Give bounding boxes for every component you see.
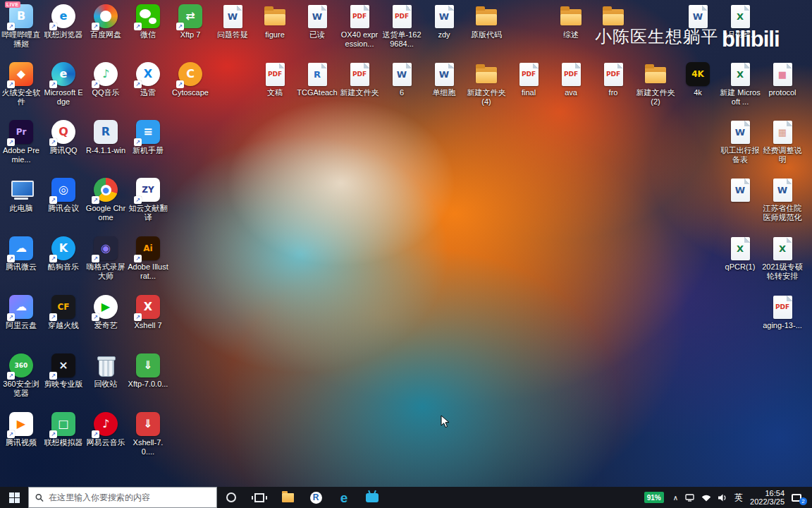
desktop-icon-r-doc[interactable]: RTCGAteach: [297, 62, 338, 97]
desktop-icon-folder[interactable]: 原版代码: [466, 4, 507, 40]
language-indicator[interactable]: 英: [731, 487, 746, 508]
desktop-icon-crossfire[interactable]: CF↗穿越火线: [43, 295, 84, 330]
taskbar-search[interactable]: [28, 487, 217, 508]
desktop-icon-label: 新建文件夹: [339, 88, 380, 97]
desktop-icon-thunder[interactable]: X↗迅雷: [128, 62, 168, 97]
desktop-icon-pdf-doc[interactable]: PDF文稿: [254, 62, 295, 97]
desktop-icon-aliyun-drive[interactable]: ☁↗阿里云盘: [1, 295, 42, 330]
icon-glyph: 4K: [691, 70, 704, 78]
desktop-icon-pdf-doc[interactable]: PDFfro: [593, 62, 634, 97]
desktop-icon-lenovo-browser[interactable]: e↗联想浏览器: [43, 4, 84, 40]
r-app-button[interactable]: R: [302, 487, 330, 508]
battery-indicator[interactable]: 91%: [641, 487, 670, 508]
desktop-icon-word-doc[interactable]: W已读: [297, 4, 338, 40]
shortcut-arrow-icon: ↗: [49, 313, 57, 321]
desktop-icon-xshell-installer[interactable]: ⇓Xshell-7.0....: [128, 412, 168, 456]
desktop-icon-recycle-bin[interactable]: 回收站: [85, 353, 126, 389]
icon-glyph: W: [228, 12, 238, 21]
desktop-icon-tencent-qq[interactable]: Q↗腾讯QQ: [43, 120, 84, 155]
desktop-icon-tencent-weiyun[interactable]: ☁↗腾讯微云: [1, 236, 42, 272]
desktop-icon-word-doc[interactable]: W江苏省住院医师规范化培...: [762, 178, 803, 223]
file-explorer-button[interactable]: [273, 487, 302, 508]
desktop-icon-adobe-illustrator[interactable]: Ai↗Adobe Illustrat...: [128, 236, 168, 281]
desktop-icon-excel-doc[interactable]: XqPCR(1): [720, 236, 761, 272]
hidden-icons-chevron[interactable]: ∧: [670, 487, 682, 508]
desktop-icon-folder[interactable]: 综述: [550, 4, 591, 40]
desktop-icon-folder[interactable]: 新建文件夹(2): [635, 62, 676, 107]
taskbar: R e 91% ∧: [0, 487, 812, 508]
recycle-bin-icon: [94, 353, 118, 377]
desktop-icon-microsoft-edge[interactable]: e↗Microsoft Edge: [43, 62, 84, 107]
desktop-icon-label: 360安全浏览器: [1, 380, 42, 398]
desktop-icon-qq-music[interactable]: ♪↗QQ音乐: [85, 62, 126, 97]
desktop-icon-adobe-premiere[interactable]: Pr↗Adobe Premie...: [1, 120, 42, 164]
desktop-icon-image-doc[interactable]: ■protocol: [762, 62, 803, 97]
start-button[interactable]: [0, 487, 28, 508]
desktop-icon-word-doc[interactable]: W6: [381, 62, 422, 97]
desktop-icon-google-chrome[interactable]: ●↗Google Chrome: [85, 178, 126, 222]
desktop-icon-higeshi-recorder[interactable]: ◉↗嗨格式录屏大师: [85, 236, 126, 281]
bilibili-livehime-button[interactable]: [358, 487, 386, 508]
shortcut-arrow-icon: ↗: [176, 80, 184, 88]
desktop-icon-4k-downloader[interactable]: 4K4k: [677, 62, 718, 97]
pdf-doc-icon: PDF: [773, 296, 792, 319]
icon-glyph: Q: [59, 126, 68, 138]
desktop-icon-word-doc[interactable]: W: [720, 178, 761, 204]
desktop-icon-pdf-doc[interactable]: PDF送货单-1629684...: [381, 4, 422, 49]
desktop-icon-xftp-installer[interactable]: ⇓Xftp-7.0.0...: [128, 353, 168, 389]
desktop-icon-zhiyun-translate[interactable]: ZY↗知云文献翻译: [128, 178, 168, 222]
icon-glyph: ZY: [142, 186, 154, 194]
desktop-icon-jianying[interactable]: ×↗剪映专业版: [43, 353, 84, 389]
desktop-icon-excel-doc[interactable]: X新建 Microsoft ...: [720, 62, 761, 107]
zhiyun-translate-icon: ZY↗: [136, 178, 160, 202]
network-tray-button[interactable]: [698, 487, 715, 508]
desktop-icon-baidu-netdisk[interactable]: ↗百度网盘: [85, 4, 126, 40]
desktop-icon-pdf-doc[interactable]: PDFfinal: [508, 62, 549, 97]
desktop-icon-360-browser[interactable]: 360↗360安全浏览器: [1, 353, 42, 398]
desktop-icon-word-doc[interactable]: W单细胞: [424, 62, 465, 97]
display-tray-button[interactable]: [682, 487, 698, 508]
desktop-icon-tencent-video[interactable]: ▶↗腾讯视频: [1, 412, 42, 447]
taskbar-clock[interactable]: 16:54 2022/3/25: [746, 487, 788, 508]
edge-taskbar-button[interactable]: e: [330, 487, 358, 508]
notification-center-button[interactable]: 2: [788, 487, 808, 508]
desktop-icon-word-doc[interactable]: Wzdy: [424, 4, 465, 40]
search-input[interactable]: [49, 492, 210, 502]
desktop-icon-folder[interactable]: figure: [254, 4, 295, 40]
desktop-icon-image-doc[interactable]: ▦经费调整说明: [762, 120, 803, 164]
desktop-icon-bilibili-livehime[interactable]: BLIVE↗哔哩哔哩直播姬: [1, 4, 42, 49]
desktop-icon-excel-doc[interactable]: X2021级专硕轮转安排（...: [762, 236, 803, 282]
desktop-icon-iqiyi[interactable]: ▶↗爱奇艺: [85, 295, 126, 330]
icon-glyph: PDF: [564, 71, 578, 78]
icon-glyph: X: [737, 244, 744, 253]
display-icon: [685, 494, 694, 502]
desktop-icon-manual[interactable]: ≡↗新机手册: [128, 120, 168, 155]
desktop-icon-folder[interactable]: 新建文件夹(4): [466, 62, 507, 107]
task-view-button[interactable]: [245, 487, 273, 508]
desktop-icon-pdf-doc[interactable]: PDFaging-13-...: [762, 295, 803, 330]
desktop-icon-kugou-music[interactable]: K↗酷狗音乐: [43, 236, 84, 272]
desktop-icon-pdf-doc[interactable]: PDFOX40 expression...: [339, 4, 380, 49]
desktop-icon-netease-music[interactable]: ♪↗网易云音乐: [85, 412, 126, 447]
volume-tray-button[interactable]: [715, 487, 731, 508]
desktop-icon-huorong-security[interactable]: ◆↗火绒安全软件: [1, 62, 42, 107]
tencent-qq-icon: Q↗: [51, 120, 75, 144]
desktop-icon-tencent-meeting[interactable]: ◎↗腾讯会议: [43, 178, 84, 213]
desktop-icon-xftp-7[interactable]: ⇄↗Xftp 7: [170, 4, 211, 40]
desktop-icon-this-pc[interactable]: 此电脑: [1, 178, 42, 213]
desktop-icon-pdf-doc[interactable]: PDFava: [550, 62, 591, 97]
desktop-icon-wechat[interactable]: ↗微信: [128, 4, 168, 40]
desktop-icon-lenovo-emulator[interactable]: □↗联想模拟器: [43, 412, 84, 447]
icon-glyph: [476, 6, 485, 11]
icon-glyph: X: [779, 244, 786, 253]
icon-glyph: W: [693, 12, 703, 21]
desktop-icon-word-doc[interactable]: W职工出行报备表: [720, 120, 761, 164]
desktop-icon-xshell-7[interactable]: X↗Xshell 7: [128, 295, 168, 330]
cortana-button[interactable]: [217, 487, 245, 508]
desktop-icon-word-doc[interactable]: W问题答疑: [212, 4, 253, 40]
desktop-icon-label: 新建文件夹(4): [466, 88, 507, 107]
desktop-icon-r-installer[interactable]: RR-4.1.1-win: [85, 120, 126, 155]
desktop-icon-cytoscape[interactable]: C↗Cytoscape: [170, 62, 211, 97]
desktop-icon-label: protocol: [762, 88, 803, 97]
desktop-icon-pdf-doc[interactable]: PDF新建文件夹: [339, 62, 380, 97]
